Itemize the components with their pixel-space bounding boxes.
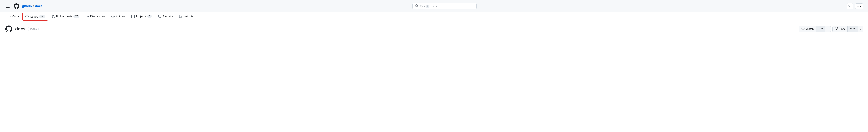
hamburger-button[interactable] — [5, 4, 11, 9]
tab-actions[interactable]: Actions — [108, 12, 128, 21]
github-logo-icon[interactable] — [13, 3, 20, 9]
hamburger-line-2 — [6, 6, 10, 6]
plus-icon: + — [857, 5, 859, 8]
repo-tabs: Code Issues 40 Pull requests 17 Discussi… — [0, 12, 868, 21]
repo-header: docs Public Watch 2.3k — [0, 21, 868, 37]
plus-dropdown-icon: ▾ — [860, 5, 861, 8]
projects-badge: 6 — [147, 15, 152, 18]
breadcrumb: github / docs — [22, 4, 43, 8]
repo-name: docs — [15, 27, 26, 32]
watch-label: Watch — [806, 28, 814, 31]
repo-info: docs Public — [5, 25, 39, 33]
fork-label: Fork — [839, 28, 845, 31]
fork-count[interactable]: 61.9k — [847, 26, 858, 32]
tab-projects-label: Projects — [136, 15, 146, 18]
tab-security[interactable]: Security — [155, 12, 176, 21]
terminal-button[interactable]: >_ — [846, 3, 854, 9]
repo-actions: Watch 2.3k Fork 61.9k — [799, 26, 863, 32]
tab-code[interactable]: Code — [5, 12, 22, 21]
projects-icon — [131, 15, 135, 18]
insights-icon — [179, 15, 182, 18]
search-icon — [415, 4, 418, 8]
tab-pull-requests[interactable]: Pull requests 17 — [48, 12, 82, 21]
fork-chevron-icon — [859, 28, 861, 30]
security-icon — [158, 15, 161, 18]
tab-pull-requests-label: Pull requests — [56, 15, 72, 18]
search-shortcut-badge: / — [426, 5, 429, 8]
pull-request-icon — [52, 15, 55, 18]
repo-avatar-icon — [5, 25, 13, 33]
org-link[interactable]: github — [22, 4, 32, 8]
fork-dropdown-button[interactable] — [858, 26, 863, 32]
breadcrumb-separator: / — [33, 4, 34, 8]
issues-icon — [26, 15, 29, 18]
tab-discussions-label: Discussions — [90, 15, 105, 18]
tab-actions-label: Actions — [116, 15, 125, 18]
watch-dropdown-button[interactable] — [825, 26, 831, 32]
visibility-badge: Public — [28, 27, 39, 31]
tab-security-label: Security — [162, 15, 173, 18]
watch-button-group: Watch 2.3k — [799, 26, 831, 32]
search-placeholder-text: Type/ to search — [420, 5, 474, 8]
watch-count[interactable]: 2.3k — [816, 26, 825, 32]
repo-link[interactable]: docs — [35, 4, 42, 8]
actions-icon — [112, 15, 115, 18]
nav-left: github / docs — [5, 3, 43, 9]
tab-issues-label: Issues — [30, 15, 38, 18]
issues-badge: 40 — [39, 15, 45, 18]
watch-button[interactable]: Watch — [799, 26, 816, 32]
watch-chevron-icon — [827, 28, 829, 30]
hamburger-line-1 — [6, 5, 10, 5]
discussions-icon — [86, 15, 89, 18]
new-button[interactable]: + ▾ — [855, 3, 863, 9]
tab-insights[interactable]: Insights — [176, 12, 196, 21]
tab-issues[interactable]: Issues 40 — [22, 13, 48, 20]
tab-insights-label: Insights — [184, 15, 193, 18]
fork-button[interactable]: Fork — [833, 26, 847, 32]
hamburger-line-3 — [6, 7, 10, 8]
pull-requests-badge: 17 — [73, 15, 79, 18]
fork-icon — [835, 27, 838, 31]
fork-button-group: Fork 61.9k — [832, 26, 863, 32]
tab-discussions[interactable]: Discussions — [83, 12, 108, 21]
search-bar[interactable]: Type/ to search — [412, 3, 476, 9]
nav-center: Type/ to search — [46, 3, 843, 9]
code-icon — [8, 15, 11, 18]
watch-icon — [802, 27, 805, 31]
nav-right: >_ + ▾ — [846, 3, 863, 9]
tab-projects[interactable]: Projects 6 — [128, 12, 155, 21]
tab-code-label: Code — [12, 15, 19, 18]
top-nav: github / docs Type/ to search >_ + ▾ — [0, 0, 868, 12]
